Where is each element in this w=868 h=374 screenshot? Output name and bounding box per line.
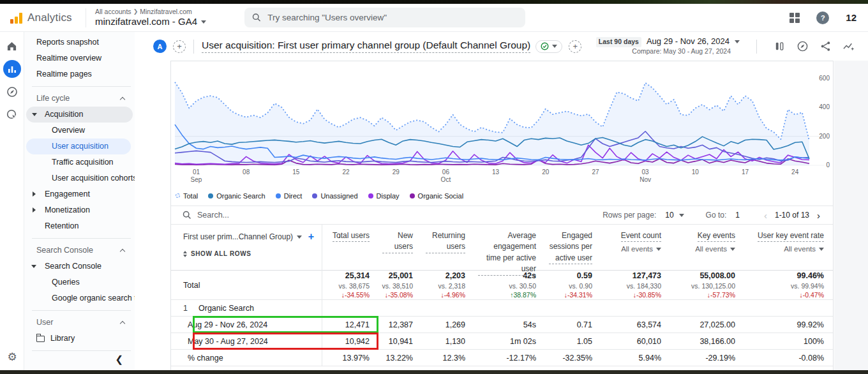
table-row-current-period[interactable]: Aug 29 - Nov 26, 2024 12,471 12,387 1,26… — [171, 317, 833, 333]
comparison-bars-icon[interactable] — [774, 40, 786, 52]
analytics-logo[interactable]: Analytics — [0, 11, 84, 24]
legend-item[interactable]: Direct — [276, 192, 303, 200]
chevron-down-icon[interactable] — [679, 214, 684, 217]
acquisition-trend-chart[interactable]: 020040060001Sep0815222906Oct13202703Nov1… — [171, 61, 833, 186]
sidebar-item-retention[interactable]: Retention — [24, 218, 135, 234]
totals-label: Total — [171, 271, 322, 299]
column-header-new-users[interactable]: New users — [378, 225, 422, 276]
user-key-event-rate-filter[interactable]: All events — [784, 244, 824, 255]
sidebar-divider — [32, 86, 131, 87]
header-divider — [756, 40, 757, 54]
apps-grid-icon[interactable] — [789, 13, 800, 23]
add-dimension-button[interactable]: + — [308, 231, 314, 243]
global-search[interactable] — [244, 8, 525, 27]
sidebar-item-search-console[interactable]: Search Console — [24, 258, 135, 274]
report-avatar[interactable]: A — [153, 40, 167, 53]
previous-page-icon[interactable]: ‹ — [761, 210, 770, 221]
share-icon[interactable] — [819, 40, 832, 52]
date-range-picker[interactable]: Last 90 days Aug 29 - Nov 26, 2024 Compa… — [596, 36, 740, 56]
sidebar-item-acquisition[interactable]: Acquisition — [26, 107, 133, 123]
sidebar-item-realtime-pages[interactable]: Realtime pages — [24, 66, 135, 82]
chevron-down-icon[interactable] — [201, 20, 206, 24]
table-search[interactable] — [183, 211, 602, 220]
legend-item[interactable]: Unassigned — [312, 192, 357, 200]
add-comparison-button[interactable]: + — [569, 40, 581, 53]
sidebar-item-traffic-acquisition[interactable]: Traffic acquisition — [24, 154, 135, 170]
global-search-input[interactable] — [267, 13, 518, 22]
insights-compass-icon[interactable] — [797, 40, 809, 52]
legend-label: Organic Social — [418, 192, 464, 200]
home-icon[interactable] — [3, 37, 21, 55]
show-all-rows-button[interactable]: SHOW ALL ROWS — [183, 250, 314, 257]
breadcrumb-root: All accounts — [95, 8, 131, 16]
legend-item[interactable]: Organic Search — [208, 192, 265, 200]
column-header-avg-engagement-time[interactable]: Average engagement time per active user — [474, 225, 545, 276]
sidebar-item-user-acquisition[interactable]: User acquisition — [26, 138, 131, 154]
sidebar-item-realtime-overview[interactable]: Realtime overview — [24, 50, 135, 66]
table-search-input[interactable] — [197, 211, 389, 220]
svg-text:Nov: Nov — [640, 176, 651, 183]
sidebar-item-library[interactable]: Library — [24, 331, 135, 347]
cell-total-users: 13.97% — [322, 350, 378, 366]
column-header-key-events[interactable]: Key events All events — [670, 225, 744, 276]
column-header-total-users[interactable]: ↓ Total users — [322, 225, 378, 276]
column-header-returning-users[interactable]: Returning users — [422, 225, 474, 276]
table-row-group[interactable]: 1 Organic Search — [171, 300, 833, 317]
table-row-compare-period[interactable]: May 30 - Aug 27, 2024 10,942 10,941 1,13… — [171, 333, 833, 350]
desktop-edge-bottom — [0, 370, 868, 374]
next-page-icon[interactable]: › — [814, 210, 823, 221]
svg-text:10: 10 — [692, 168, 700, 176]
profile-badge[interactable]: 12 — [846, 12, 857, 23]
dimension-valid-pill[interactable] — [535, 40, 562, 53]
cell-new-users: 13.22% — [378, 350, 422, 366]
legend-item[interactable]: Display — [368, 192, 400, 200]
insights-sparkline-icon[interactable] — [842, 40, 855, 52]
admin-gear-icon[interactable]: ⚙ — [0, 350, 24, 364]
dimension-header[interactable]: First user prim...Channel Group) — [183, 232, 293, 241]
collapse-sidebar-icon[interactable]: ❮ — [115, 354, 123, 365]
period-label: Aug 29 - Nov 26, 2024 — [171, 317, 322, 333]
legend-item[interactable]: Organic Social — [410, 192, 464, 200]
breadcrumb: All accounts ❯ Minzifatravel.com — [95, 8, 206, 16]
sidebar-item-queries[interactable]: Queries — [24, 274, 135, 290]
chevron-down-icon[interactable] — [297, 236, 302, 239]
reports-icon[interactable] — [3, 60, 21, 78]
column-header-engaged-sessions[interactable]: Engaged sessions per active user — [545, 225, 601, 276]
advertising-icon[interactable] — [3, 106, 21, 124]
account-switcher[interactable]: All accounts ❯ Minzifatravel.com minzifa… — [95, 8, 206, 28]
event-count-filter[interactable]: All events — [621, 244, 661, 255]
svg-text:15: 15 — [292, 168, 300, 176]
sidebar-item-user-acquisition-cohorts[interactable]: User acquisition cohorts — [24, 170, 135, 186]
sidebar-item-engagement[interactable]: Engagement — [24, 186, 135, 202]
explore-icon[interactable] — [3, 83, 21, 101]
sidebar-item-monetization[interactable]: Monetization — [24, 202, 135, 218]
add-segment-button[interactable]: + — [173, 40, 186, 53]
cell-key-events: -29.19% — [670, 350, 744, 366]
brand-label: Analytics — [27, 11, 72, 24]
svg-text:200: 200 — [819, 133, 830, 140]
legend-label: Organic Search — [216, 192, 265, 200]
goto-value[interactable]: 1 — [735, 211, 740, 220]
svg-text:01: 01 — [193, 168, 200, 176]
sidebar-item-reports-snapshot[interactable]: Reports snapshot — [24, 34, 135, 50]
column-header-user-key-event-rate[interactable]: User key event rate All events — [744, 225, 833, 276]
sidebar-section-search-console[interactable]: Search Console — [24, 243, 135, 258]
sidebar-divider — [32, 238, 131, 239]
sidebar-item-google-organic-search-traffic[interactable]: Google organic search traf... — [24, 290, 135, 306]
rows-per-page-value[interactable]: 10 — [665, 211, 673, 220]
dimension-header-cell: First user prim...Channel Group) + SHOW … — [171, 225, 322, 276]
svg-text:29: 29 — [393, 168, 400, 176]
column-header-event-count[interactable]: Event count All events — [601, 225, 670, 276]
legend-label: Total — [183, 192, 198, 200]
report-title[interactable]: User acquisition: First user primary cha… — [202, 40, 530, 53]
sidebar-section-user[interactable]: User — [24, 315, 135, 331]
sidebar-section-life-cycle[interactable]: Life cycle — [24, 91, 135, 107]
cell-event-count: 63,574 — [601, 317, 670, 333]
key-events-filter[interactable]: All events — [695, 244, 735, 255]
search-icon — [252, 13, 261, 22]
sidebar-item-overview[interactable]: Overview — [24, 123, 135, 138]
sort-desc-icon: ↓ — [338, 230, 341, 241]
help-icon[interactable]: ? — [816, 11, 829, 24]
table-row-percent-change[interactable]: % change 13.97% 13.22% 12.3% -12.17% -32… — [171, 350, 833, 366]
legend-item[interactable]: Total — [176, 192, 198, 200]
